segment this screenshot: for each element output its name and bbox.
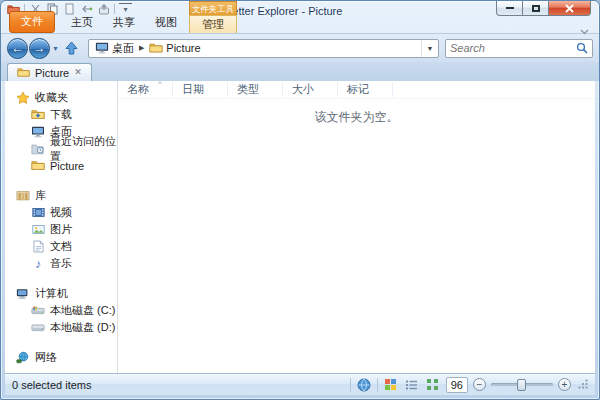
sidebar-label: 图片 bbox=[50, 222, 72, 237]
document-icon bbox=[31, 240, 45, 254]
sidebar-label: 本地磁盘 (C:) bbox=[50, 303, 115, 318]
back-button[interactable]: ← bbox=[7, 38, 28, 59]
tab-manage[interactable]: 管理 bbox=[189, 15, 237, 33]
zoom-out-button[interactable]: − bbox=[473, 378, 486, 391]
sidebar-item-pictures[interactable]: 图片 bbox=[5, 221, 117, 238]
sidebar-item-favorites[interactable]: 收藏夹 bbox=[5, 89, 117, 106]
status-separator bbox=[350, 378, 351, 392]
sidebar-label: 音乐 bbox=[50, 256, 72, 271]
star-icon bbox=[16, 91, 30, 105]
breadcrumb-label: Picture bbox=[166, 42, 200, 54]
tab-home[interactable]: 主页 bbox=[61, 13, 103, 33]
forward-button[interactable]: → bbox=[29, 38, 50, 59]
breadcrumb-label: 桌面 bbox=[112, 41, 134, 56]
up-icon bbox=[64, 41, 79, 56]
computer-icon bbox=[16, 287, 30, 301]
library-icon bbox=[16, 189, 30, 203]
sidebar-item-drive-c[interactable]: 本地磁盘 (C:) bbox=[5, 302, 117, 319]
address-bar[interactable]: 桌面 ▶ Picture ▼ bbox=[88, 39, 439, 58]
close-icon bbox=[565, 4, 574, 13]
minimize-icon bbox=[506, 7, 514, 9]
sidebar-item-downloads[interactable]: 下载 bbox=[5, 106, 117, 123]
maximize-button[interactable] bbox=[523, 1, 549, 16]
content-area: 收藏夹 下载 桌面 最近访问的位置 Picture bbox=[5, 81, 595, 373]
column-header-tags[interactable]: 标记 bbox=[338, 82, 393, 97]
zoom-level-value: 96 bbox=[446, 377, 468, 393]
maximize-icon bbox=[532, 5, 540, 12]
section-favorites: 收藏夹 下载 桌面 最近访问的位置 Picture bbox=[5, 89, 117, 174]
details-view-icon[interactable] bbox=[404, 377, 420, 393]
history-dropdown-icon[interactable]: ▼ bbox=[52, 45, 59, 52]
sidebar-item-videos[interactable]: 视频 bbox=[5, 204, 117, 221]
file-list-pane: ^ 名称 日期 类型 大小 标记 该文件夹为空。 bbox=[118, 81, 595, 373]
zoom-slider-thumb[interactable] bbox=[517, 379, 526, 391]
sidebar-label: 文档 bbox=[50, 239, 72, 254]
close-button[interactable] bbox=[549, 1, 591, 16]
up-button[interactable] bbox=[62, 38, 82, 58]
sidebar-label: 计算机 bbox=[35, 286, 68, 301]
recent-places-icon bbox=[31, 142, 45, 156]
folder-icon bbox=[149, 41, 163, 55]
tab-file[interactable]: 文件 bbox=[9, 11, 55, 33]
column-headers: ^ 名称 日期 类型 大小 标记 bbox=[118, 81, 595, 99]
drive-c-icon bbox=[31, 304, 45, 318]
navigation-pane: 收藏夹 下载 桌面 最近访问的位置 Picture bbox=[5, 81, 118, 373]
status-bar: 0 selected items 96 − + bbox=[5, 373, 595, 395]
contextual-tab-group: 文件夹工具 管理 bbox=[189, 15, 237, 33]
sidebar-label: Picture bbox=[50, 160, 84, 172]
sidebar-label: 本地磁盘 (D:) bbox=[50, 320, 115, 335]
tab-close-icon[interactable]: ✕ bbox=[74, 68, 82, 77]
desktop-icon bbox=[31, 125, 45, 139]
sidebar-item-recent-places[interactable]: 最近访问的位置 bbox=[5, 140, 117, 157]
resize-grip[interactable] bbox=[578, 379, 588, 391]
folder-icon bbox=[17, 67, 30, 78]
section-network: 网络 bbox=[5, 349, 117, 366]
sidebar-item-music[interactable]: ♪ 音乐 bbox=[5, 255, 117, 272]
section-libraries: 库 视频 图片 文档 ♪ 音乐 bbox=[5, 187, 117, 272]
zoom-in-button[interactable]: + bbox=[558, 378, 571, 391]
column-header-size[interactable]: 大小 bbox=[283, 82, 338, 97]
breadcrumb-arrow-icon[interactable]: ▶ bbox=[136, 44, 147, 52]
breadcrumb-desktop[interactable]: 桌面 bbox=[93, 40, 136, 57]
navigation-bar: ← → ▼ 桌面 ▶ Picture ▼ bbox=[1, 33, 599, 62]
sidebar-item-libraries[interactable]: 库 bbox=[5, 187, 117, 204]
sidebar-label: 下载 bbox=[50, 107, 72, 122]
tab-share[interactable]: 共享 bbox=[103, 13, 145, 33]
tab-view[interactable]: 视图 bbox=[145, 13, 187, 33]
picture-icon bbox=[31, 223, 45, 237]
column-header-date[interactable]: 日期 bbox=[173, 82, 228, 97]
forward-icon: → bbox=[34, 42, 46, 54]
status-bar-right: 96 − + bbox=[350, 377, 588, 393]
sidebar-label: 视频 bbox=[50, 205, 72, 220]
folder-icon bbox=[31, 159, 45, 173]
desktop-icon bbox=[95, 41, 109, 55]
sidebar-item-computer[interactable]: 计算机 bbox=[5, 285, 117, 302]
folder-tab-picture[interactable]: Picture ✕ bbox=[7, 63, 92, 81]
drive-d-icon bbox=[31, 321, 45, 335]
ribbon-tab-row: 文件 主页 共享 视图 文件夹工具 管理 bbox=[1, 15, 599, 33]
small-icons-view-icon[interactable] bbox=[425, 377, 441, 393]
address-dropdown-icon[interactable]: ▼ bbox=[421, 40, 438, 57]
status-separator bbox=[377, 378, 378, 392]
sidebar-item-drive-d[interactable]: 本地磁盘 (D:) bbox=[5, 319, 117, 336]
window-controls bbox=[496, 1, 591, 16]
breadcrumb-picture[interactable]: Picture bbox=[147, 40, 202, 57]
sidebar-label: 收藏夹 bbox=[35, 90, 68, 105]
minimize-button[interactable] bbox=[496, 1, 523, 16]
title-bar: ▾ Better Explorer - Picture 文件 主页 共享 视图 … bbox=[1, 1, 599, 33]
selection-count: 0 selected items bbox=[12, 379, 91, 391]
large-icons-view-icon[interactable] bbox=[383, 377, 399, 393]
search-icon[interactable] bbox=[576, 42, 588, 54]
column-header-type[interactable]: 类型 bbox=[228, 82, 283, 97]
column-header-name[interactable]: 名称 bbox=[118, 82, 173, 97]
sidebar-item-network[interactable]: 网络 bbox=[5, 349, 117, 366]
zoom-slider[interactable] bbox=[491, 378, 553, 392]
folder-tab-strip: Picture ✕ bbox=[1, 62, 599, 81]
empty-folder-message: 该文件夹为空。 bbox=[118, 109, 595, 126]
sidebar-item-documents[interactable]: 文档 bbox=[5, 238, 117, 255]
search-input[interactable] bbox=[450, 42, 576, 54]
sidebar-label: 网络 bbox=[35, 350, 57, 365]
downloads-icon bbox=[31, 108, 45, 122]
globe-icon[interactable] bbox=[356, 377, 372, 393]
music-icon: ♪ bbox=[31, 257, 45, 271]
